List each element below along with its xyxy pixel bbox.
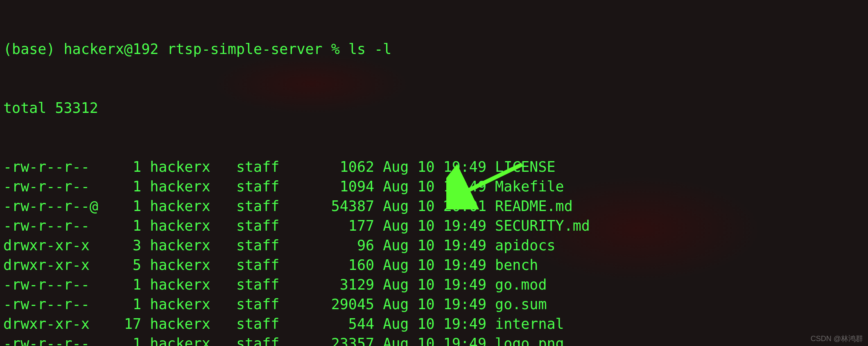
file-group: staff	[236, 177, 288, 196]
file-perms: drwxr-xr-x	[3, 314, 98, 334]
file-size: 96	[296, 236, 374, 255]
prompt-command: ls -l	[348, 41, 391, 57]
file-row: -rw-r--r--@ 1 hackerx staff 54387 Aug10 …	[3, 196, 865, 216]
file-user: hackerx	[150, 157, 219, 177]
file-user: hackerx	[150, 177, 219, 196]
file-links: 1	[107, 177, 141, 196]
prompt-env: (base)	[3, 41, 55, 57]
file-group: staff	[236, 255, 288, 275]
file-user: hackerx	[150, 294, 219, 314]
file-day: 10	[417, 157, 434, 177]
file-user: hackerx	[150, 314, 219, 334]
file-time: 19:49	[443, 157, 486, 177]
file-day: 10	[417, 275, 434, 294]
file-time: 19:49	[443, 314, 486, 334]
file-size: 29045	[296, 294, 374, 314]
file-links: 1	[107, 334, 141, 346]
file-group: staff	[236, 294, 288, 314]
file-group: staff	[236, 196, 288, 216]
file-day: 10	[417, 294, 434, 314]
file-row: drwxr-xr-x 3 hackerx staff 96 Aug10 19:4…	[3, 236, 865, 255]
file-time: 19:49	[443, 334, 486, 346]
file-links: 1	[107, 196, 141, 216]
file-time: 20:01	[443, 196, 486, 216]
file-row: drwxr-xr-x 17 hackerx staff 544 Aug10 19…	[3, 314, 865, 334]
file-row: -rw-r--r-- 1 hackerx staff 177 Aug10 19:…	[3, 216, 865, 236]
file-perms: -rw-r--r--	[3, 216, 98, 236]
file-month: Aug	[383, 177, 417, 196]
file-perms: drwxr-xr-x	[3, 255, 98, 275]
file-row: -rw-r--r-- 1 hackerx staff 23357 Aug10 1…	[3, 334, 865, 346]
file-links: 3	[107, 236, 141, 255]
file-size: 177	[296, 216, 374, 236]
file-links: 1	[107, 294, 141, 314]
file-day: 10	[417, 255, 434, 275]
total-line: total 53312	[3, 98, 865, 118]
file-group: staff	[236, 314, 288, 334]
file-name: bench	[495, 255, 538, 275]
file-user: hackerx	[150, 216, 219, 236]
file-name: README.md	[495, 196, 573, 216]
file-month: Aug	[383, 275, 417, 294]
file-day: 10	[417, 314, 434, 334]
file-perms: -rw-r--r--	[3, 294, 98, 314]
file-user: hackerx	[150, 334, 219, 346]
file-month: Aug	[383, 157, 417, 177]
file-size: 1094	[296, 177, 374, 196]
file-month: Aug	[383, 216, 417, 236]
file-time: 19:49	[443, 275, 486, 294]
file-day: 10	[417, 196, 434, 216]
file-user: hackerx	[150, 275, 219, 294]
prompt-symbol: %	[331, 41, 340, 57]
file-row: -rw-r--r-- 1 hackerx staff 3129 Aug10 19…	[3, 275, 865, 294]
prompt-user-host: hackerx@192	[64, 41, 159, 57]
file-month: Aug	[383, 334, 417, 346]
file-perms: -rw-r--r--	[3, 275, 98, 294]
file-month: Aug	[383, 236, 417, 255]
file-day: 10	[417, 216, 434, 236]
file-time: 19:49	[443, 294, 486, 314]
file-perms: -rw-r--r--	[3, 157, 98, 177]
file-user: hackerx	[150, 236, 219, 255]
terminal-output: (base) hackerx@192 rtsp-simple-server % …	[0, 0, 868, 346]
file-name: apidocs	[495, 236, 556, 255]
file-month: Aug	[383, 314, 417, 334]
file-group: staff	[236, 334, 288, 346]
file-month: Aug	[383, 294, 417, 314]
prompt-line: (base) hackerx@192 rtsp-simple-server % …	[3, 39, 865, 59]
watermark: CSDN @林鸿群	[811, 334, 863, 344]
file-group: staff	[236, 216, 288, 236]
file-links: 1	[107, 216, 141, 236]
file-links: 17	[107, 314, 141, 334]
file-name: SECURITY.md	[495, 216, 590, 236]
file-size: 544	[296, 314, 374, 334]
file-links: 5	[107, 255, 141, 275]
file-links: 1	[107, 157, 141, 177]
file-links: 1	[107, 275, 141, 294]
prompt-cwd: rtsp-simple-server	[167, 41, 322, 57]
file-row: -rw-r--r-- 1 hackerx staff 29045 Aug10 1…	[3, 294, 865, 314]
file-group: staff	[236, 157, 288, 177]
file-row: -rw-r--r-- 1 hackerx staff 1094 Aug10 19…	[3, 177, 865, 196]
file-user: hackerx	[150, 196, 219, 216]
file-time: 19:49	[443, 177, 486, 196]
file-name: go.mod	[495, 275, 547, 294]
file-time: 19:49	[443, 236, 486, 255]
file-month: Aug	[383, 196, 417, 216]
file-time: 19:49	[443, 255, 486, 275]
file-perms: -rw-r--r--	[3, 334, 98, 346]
file-size: 23357	[296, 334, 374, 346]
file-group: staff	[236, 275, 288, 294]
file-perms: -rw-r--r--	[3, 177, 98, 196]
file-name: logo.png	[495, 334, 564, 346]
file-day: 10	[417, 334, 434, 346]
file-day: 10	[417, 177, 434, 196]
file-time: 19:49	[443, 216, 486, 236]
file-perms: drwxr-xr-x	[3, 236, 98, 255]
file-group: staff	[236, 236, 288, 255]
file-row: -rw-r--r-- 1 hackerx staff 1062 Aug10 19…	[3, 157, 865, 177]
file-name: Makefile	[495, 177, 564, 196]
file-size: 54387	[296, 196, 374, 216]
file-user: hackerx	[150, 255, 219, 275]
file-size: 1062	[296, 157, 374, 177]
